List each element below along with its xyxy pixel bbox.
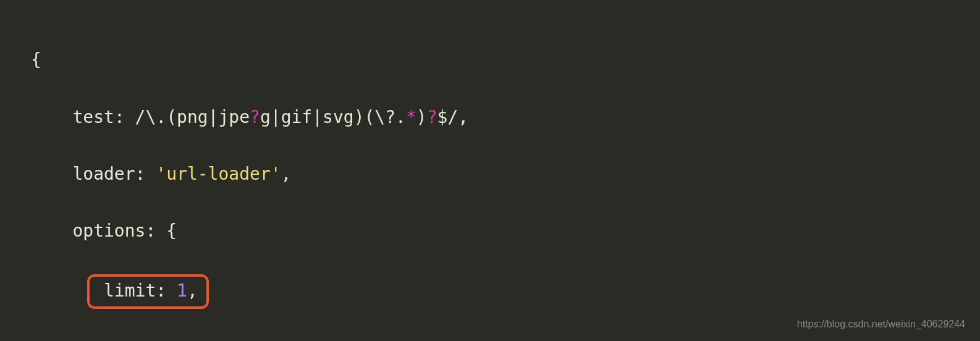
property-test: test <box>72 107 114 127</box>
regex-quantifier: ? <box>427 107 437 127</box>
code-line-1: { <box>31 46 949 74</box>
highlight-annotation: limit: 1, <box>87 274 209 309</box>
code-line-5: limit: 1, <box>31 274 949 309</box>
comma: , <box>187 280 198 301</box>
regex-text: g <box>260 107 271 127</box>
regex-star: * <box>406 107 416 127</box>
code-line-6: name: utils.assetsPath('img/[name].[hash… <box>31 337 949 341</box>
regex-dot: . <box>395 107 406 127</box>
regex-text: gif <box>281 107 313 127</box>
code-line-2: test: /\.(png|jpe?g|gif|svg)(\?.*)?$/, <box>31 103 949 132</box>
regex-escape: \? <box>374 107 395 127</box>
regex-quantifier: ? <box>250 107 260 127</box>
colon: : <box>145 221 166 241</box>
comma: , <box>458 107 468 127</box>
colon: : <box>114 107 135 127</box>
regex-anchor: $ <box>437 107 448 127</box>
regex-open: / <box>135 107 146 127</box>
property-options: options <box>72 221 145 241</box>
brace-open: { <box>166 221 177 241</box>
colon: : <box>135 164 156 184</box>
regex-pipe: | <box>271 107 281 127</box>
watermark-text: https://blog.csdn.net/weixin_40629244 <box>797 316 965 332</box>
comma: , <box>281 164 292 184</box>
regex-text: jpe <box>218 107 250 127</box>
regex-text: svg <box>323 107 354 127</box>
number-literal: 1 <box>177 280 187 301</box>
regex-text: png <box>177 107 208 127</box>
string-literal: 'url-loader' <box>156 164 281 184</box>
code-line-3: loader: 'url-loader', <box>31 160 949 188</box>
code-block: { test: /\.(png|jpe?g|gif|svg)(\?.*)?$/,… <box>31 17 949 341</box>
regex-close: / <box>447 107 458 127</box>
code-line-4: options: { <box>31 217 949 245</box>
regex-paren: ( <box>166 107 177 127</box>
regex-pipe: | <box>312 107 323 127</box>
regex-pipe: | <box>208 107 219 127</box>
regex-paren: ) <box>354 107 365 127</box>
regex-paren: ( <box>365 107 375 127</box>
brace-open: { <box>31 49 41 70</box>
property-limit: limit <box>104 280 156 301</box>
regex-paren: ) <box>416 107 427 127</box>
property-loader: loader <box>72 164 135 184</box>
colon: : <box>156 280 177 301</box>
regex-escape: \. <box>145 107 166 127</box>
